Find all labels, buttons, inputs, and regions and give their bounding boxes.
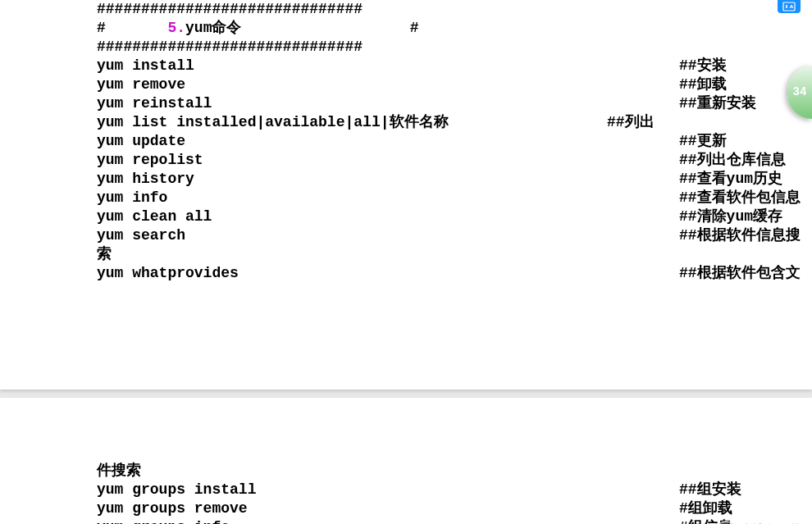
cmd-line: 索: [97, 245, 812, 264]
header-border-top: ##############################: [97, 0, 812, 19]
cmd-line: yum install##安装: [97, 57, 812, 75]
page-2: 件搜索 yum groups install##组安装 yum groups r…: [0, 398, 812, 524]
watermark-icon: ✦: [715, 521, 737, 524]
cmd-line: yum history##查看yum历史: [97, 170, 812, 189]
page-1: ############################## # 5.yum命令…: [0, 0, 812, 390]
cmd-line: yum groups remove#组卸载: [97, 499, 812, 518]
section-number: 5.: [167, 20, 185, 36]
cmd-line: yum reinstall##重新安装: [97, 94, 812, 113]
cmd-line: yum list installed|available|all|软件名称##列…: [97, 113, 812, 132]
cmd-line: yum search##根据软件信息搜: [97, 226, 812, 245]
watermark: ✦ 创新互联: [715, 521, 801, 524]
cmd-line: yum whatprovides##根据软件包含文: [97, 264, 812, 283]
cmd-line: yum clean all##清除yum缓存: [97, 207, 812, 226]
cmd-line: 件搜索: [97, 462, 812, 481]
header-title: # 5.yum命令 #: [97, 19, 812, 38]
cmd-line: yum update##更新: [97, 132, 812, 151]
header-border-bottom: ##############################: [97, 38, 812, 57]
cmd-line: yum groups info#组信息: [97, 518, 812, 524]
cmd-line: yum repolist##列出仓库信息: [97, 151, 812, 170]
cmd-line: yum info##查看软件包信息: [97, 189, 812, 207]
cmd-line: yum remove##卸载: [97, 75, 812, 94]
cmd-line: yum groups install##组安装: [97, 481, 812, 499]
